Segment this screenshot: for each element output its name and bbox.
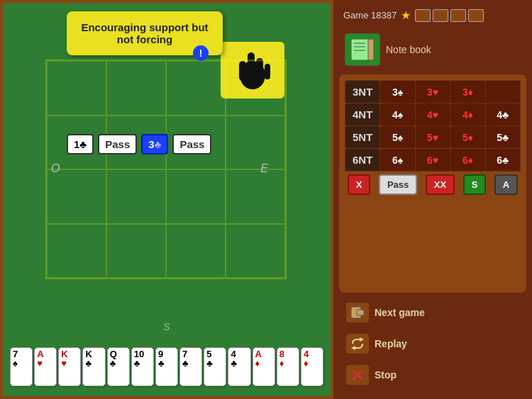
card-8d[interactable]: 8 ♦ — [277, 347, 299, 386]
bid-3s[interactable]: 3♠ — [380, 81, 415, 103]
compass-s: S — [163, 321, 170, 332]
main-container: Encouraging support but not forcing — [0, 0, 532, 399]
card-10c[interactable]: 10 ♣ — [131, 347, 154, 386]
replay-label: Replay — [375, 338, 407, 349]
score-box-2 — [433, 9, 448, 22]
bid-5h[interactable]: 5♥ — [415, 126, 450, 149]
a-button[interactable]: A — [494, 174, 518, 195]
stop-icon — [346, 365, 369, 385]
grid-cell — [226, 61, 285, 116]
card-ad[interactable]: A ♦ — [253, 347, 275, 386]
card-4d[interactable]: 4 ♦ — [301, 347, 323, 386]
tooltip-text: Encouraging support but not forcing — [81, 21, 208, 45]
bid-1club-text: 1♣ — [74, 138, 87, 150]
card-qc[interactable]: Q ♣ — [107, 347, 130, 386]
card-9c[interactable]: 9 ♣ — [155, 347, 178, 386]
card-kh[interactable]: K ♥ — [58, 347, 81, 386]
bid-6d[interactable]: 6♦ — [450, 149, 485, 172]
svg-marker-13 — [351, 346, 355, 350]
bid-3c-empty — [485, 81, 520, 103]
bid-pass-1[interactable]: Pass — [98, 134, 137, 154]
bid-4h[interactable]: 4♥ — [415, 103, 450, 126]
svg-rect-6 — [368, 39, 374, 60]
pass-action-button[interactable]: Pass — [379, 174, 417, 195]
notebook-area[interactable]: Note book — [339, 30, 526, 69]
game-info: Game 18387 ★ — [339, 6, 526, 25]
player-hand: 7 ♠ A ♥ K ♥ K ♣ Q ♣ 10 ♣ — [10, 347, 323, 386]
replay-button[interactable]: Replay — [339, 330, 526, 358]
grid-cell — [47, 224, 106, 279]
grid-cell — [106, 61, 166, 116]
redouble-button[interactable]: XX — [426, 174, 455, 195]
bid-pass-2[interactable]: Pass — [172, 134, 211, 154]
card-5c[interactable]: 5 ♣ — [204, 347, 226, 386]
game-id: Game 18387 — [343, 10, 397, 21]
bid-6c[interactable]: 6♣ — [485, 149, 520, 172]
level-3nt[interactable]: 3NT — [345, 81, 380, 103]
grid-cell — [106, 224, 166, 279]
next-game-icon — [346, 303, 369, 322]
grid-cell — [47, 61, 106, 116]
bid-1club[interactable]: 1♣ — [67, 134, 94, 154]
bid-table: 3NT 3♠ 3♥ 3♦ 4NT 4♠ 4♥ 4♦ 4♣ 5NT 5♠ 5♥ — [345, 80, 521, 172]
double-button[interactable]: X — [348, 174, 371, 195]
grid-cell — [166, 169, 226, 224]
bottom-buttons: Next game Replay — [339, 298, 526, 393]
bid-5c[interactable]: 5♣ — [485, 126, 520, 149]
tooltip-box: Encouraging support but not forcing — [67, 11, 223, 55]
score-box-4 — [468, 9, 484, 22]
score-boxes — [415, 9, 484, 22]
grid-cell — [226, 224, 285, 279]
card-7c[interactable]: 7 ♣ — [179, 347, 202, 386]
compass-o: O — [51, 162, 60, 175]
action-row: X Pass XX S A — [345, 174, 521, 195]
card-4c[interactable]: 4 ♣ — [228, 347, 250, 386]
score-box-1 — [415, 9, 431, 22]
level-5nt[interactable]: 5NT — [345, 126, 380, 149]
bid-4s[interactable]: 4♠ — [380, 103, 415, 126]
svg-marker-12 — [360, 337, 364, 342]
bid-row-5: 5NT 5♠ 5♥ 5♦ 5♣ — [345, 126, 521, 149]
bid-3h[interactable]: 3♥ — [415, 81, 450, 103]
bid-3club-text: 3♣ — [148, 138, 161, 150]
bid-row: 1♣ Pass 3♣ Pass — [67, 134, 211, 154]
bid-row-6: 6NT 6♠ 6♥ 6♦ 6♣ — [345, 149, 521, 172]
grid-cell — [106, 169, 166, 224]
bid-5d[interactable]: 5♦ — [450, 126, 485, 149]
replay-icon — [346, 334, 369, 354]
card-ah[interactable]: A ♥ — [34, 347, 57, 386]
grid-cell — [47, 169, 106, 224]
right-panel: Game 18387 ★ Note book — [333, 0, 532, 399]
star-icon: ★ — [401, 9, 411, 22]
bid-6s[interactable]: 6♠ — [380, 149, 415, 172]
stop-label: Stop — [375, 369, 397, 381]
compass-e: E — [260, 162, 268, 175]
bid-3d[interactable]: 3♦ — [450, 81, 485, 103]
table-grid — [45, 60, 287, 279]
bid-6h[interactable]: 6♥ — [415, 149, 450, 172]
felt-area: Encouraging support but not forcing — [0, 0, 333, 399]
notebook-icon — [345, 33, 380, 66]
score-box-3 — [450, 9, 466, 22]
bid-table-container: 3NT 3♠ 3♥ 3♦ 4NT 4♠ 4♥ 4♦ 4♣ 5NT 5♠ 5♥ — [339, 74, 526, 293]
grid-cell — [226, 169, 285, 224]
bid-row-4: 4NT 4♠ 4♥ 4♦ 4♣ — [345, 103, 521, 126]
notebook-svg — [350, 38, 375, 62]
card-7s[interactable]: 7 ♠ — [10, 347, 33, 386]
s-button[interactable]: S — [463, 174, 487, 195]
grid-cell — [166, 61, 226, 116]
bid-3club[interactable]: 3♣ — [141, 134, 168, 154]
level-4nt[interactable]: 4NT — [345, 103, 380, 126]
grid-cell — [226, 116, 285, 170]
bid-4d[interactable]: 4♦ — [450, 103, 485, 126]
bid-pass-1-text: Pass — [105, 138, 130, 150]
svg-rect-11 — [357, 310, 364, 315]
stop-button[interactable]: Stop — [339, 361, 526, 389]
bid-4c[interactable]: 4♣ — [485, 103, 520, 126]
grid-cell — [166, 224, 226, 279]
next-game-button[interactable]: Next game — [339, 298, 526, 327]
level-6nt[interactable]: 6NT — [345, 149, 380, 172]
notebook-label: Note book — [386, 44, 431, 55]
bid-5s[interactable]: 5♠ — [380, 126, 415, 149]
card-kc[interactable]: K ♣ — [82, 347, 105, 386]
